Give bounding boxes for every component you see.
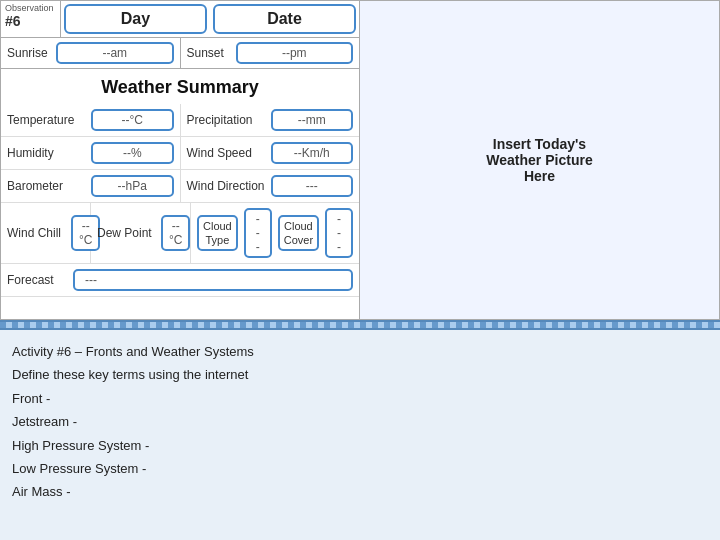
windspeed-cell: Wind Speed --Km/h: [181, 137, 360, 169]
left-panel: Observation #6 Day Date Sunrise --am Sun…: [0, 0, 360, 320]
forecast-label: Forecast: [7, 273, 67, 287]
humidity-value[interactable]: --%: [91, 142, 174, 164]
temperature-label: Temperature: [7, 113, 87, 127]
cloud-area: Cloud Type --- Cloud Cover ---: [191, 203, 359, 263]
day-box[interactable]: Day: [64, 4, 207, 34]
humidity-cell: Humidity --%: [1, 137, 181, 169]
term-low-pressure: Low Pressure System -: [12, 457, 708, 480]
cloud-cover-label: Cloud Cover: [278, 215, 319, 252]
windspeed-value[interactable]: --Km/h: [271, 142, 354, 164]
dewpoint-value[interactable]: --°C: [161, 215, 190, 251]
barometer-value[interactable]: --hPa: [91, 175, 174, 197]
date-box[interactable]: Date: [213, 4, 356, 34]
dewpoint-label: Dew Point: [97, 226, 157, 240]
humidity-windspeed-row: Humidity --% Wind Speed --Km/h: [1, 137, 359, 170]
winddir-label: Wind Direction: [187, 179, 267, 193]
precipitation-value[interactable]: --mm: [271, 109, 354, 131]
sun-row: Sunrise --am Sunset --pm: [1, 38, 359, 69]
dewpoint-cell: Dew Point --°C: [91, 203, 191, 263]
winddir-cell: Wind Direction ---: [181, 170, 360, 202]
precipitation-cell: Precipitation --mm: [181, 104, 360, 136]
windspeed-label: Wind Speed: [187, 146, 267, 160]
term-air-mass: Air Mass -: [12, 480, 708, 503]
right-panel: Insert Today'sWeather PictureHere: [360, 0, 720, 320]
bottom-section: Activity #6 – Fronts and Weather Systems…: [0, 330, 720, 540]
divider: [0, 320, 720, 330]
barometer-label: Barometer: [7, 179, 87, 193]
sunrise-label: Sunrise: [7, 46, 52, 60]
temperature-cell: Temperature --°C: [1, 104, 181, 136]
sunset-value[interactable]: --pm: [236, 42, 354, 64]
term-high-pressure: High Pressure System -: [12, 434, 708, 457]
temp-precip-row: Temperature --°C Precipitation --mm: [1, 104, 359, 137]
windchill-label: Wind Chill: [7, 226, 67, 240]
term-jetstream: Jetstream -: [12, 410, 708, 433]
activity-line1: Define these key terms using the interne…: [12, 363, 708, 386]
barometer-cell: Barometer --hPa: [1, 170, 181, 202]
forecast-value[interactable]: ---: [73, 269, 353, 291]
activity-title: Activity #6 – Fronts and Weather Systems: [12, 340, 708, 363]
sunrise-field: Sunrise --am: [1, 38, 181, 68]
precipitation-label: Precipitation: [187, 113, 267, 127]
forecast-row: Forecast ---: [1, 264, 359, 297]
sunrise-value[interactable]: --am: [56, 42, 174, 64]
temperature-value[interactable]: --°C: [91, 109, 174, 131]
sunset-label: Sunset: [187, 46, 232, 60]
observation-label: Observation: [5, 3, 56, 13]
observation-number: #6: [5, 13, 56, 29]
cloud-type-label: Cloud Type: [197, 215, 238, 252]
weather-summary-title: Weather Summary: [1, 69, 359, 104]
windchill-dew-cloud-row: Wind Chill --°C Dew Point --°C Cloud Typ…: [1, 203, 359, 264]
observation-box: Observation #6: [1, 1, 61, 37]
insert-picture-text: Insert Today'sWeather PictureHere: [486, 136, 592, 184]
humidity-label: Humidity: [7, 146, 87, 160]
windchill-cell: Wind Chill --°C: [1, 203, 91, 263]
baro-winddir-row: Barometer --hPa Wind Direction ---: [1, 170, 359, 203]
top-row: Observation #6 Day Date: [1, 1, 359, 38]
term-front: Front -: [12, 387, 708, 410]
winddir-value[interactable]: ---: [271, 175, 354, 197]
cloud-cover-value[interactable]: ---: [325, 208, 353, 258]
cloud-type-value[interactable]: ---: [244, 208, 272, 258]
sunset-field: Sunset --pm: [181, 38, 360, 68]
